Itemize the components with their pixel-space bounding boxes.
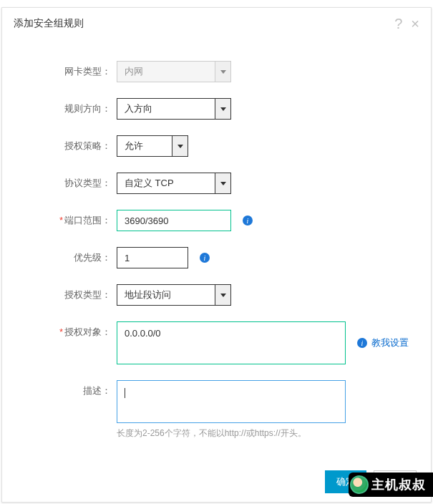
label-auth-object: *授权对象： [31, 321, 117, 339]
input-priority[interactable] [117, 247, 188, 268]
row-port-range: *端口范围： i [31, 210, 402, 231]
row-protocol: 协议类型： 自定义 TCP [31, 173, 402, 194]
row-description: 描述： 长度为2-256个字符，不能以http://或https://开头。 [31, 380, 402, 440]
teach-me-link[interactable]: 教我设置 [371, 336, 409, 349]
row-auth-type: 授权类型： 地址段访问 [31, 284, 402, 306]
label-direction: 规则方向： [31, 98, 117, 115]
label-priority: 优先级： [31, 247, 117, 264]
select-nic-type-value: 内网 [125, 65, 143, 78]
label-protocol: 协议类型： [31, 173, 117, 190]
modal-header: 添加安全组规则 ? × [2, 8, 431, 39]
label-port-range: *端口范围： [31, 210, 117, 227]
select-direction-value: 入方向 [125, 102, 152, 115]
chevron-down-icon[interactable] [215, 99, 230, 119]
info-icon[interactable]: i [243, 215, 253, 226]
label-nic-type: 网卡类型： [31, 61, 117, 78]
modal-add-security-rule: 添加安全组规则 ? × 网卡类型： 内网 规则方向： 入方向 [1, 7, 432, 503]
row-nic-type: 网卡类型： 内网 [31, 61, 402, 82]
info-icon[interactable]: i [200, 253, 210, 263]
input-port-range[interactable] [117, 210, 231, 231]
row-policy: 授权策略： 允许 [31, 135, 402, 157]
form-body: 网卡类型： 内网 规则方向： 入方向 [2, 39, 431, 440]
select-protocol-value: 自定义 TCP [125, 177, 174, 190]
select-nic-type: 内网 [117, 61, 231, 82]
watermark-avatar-icon [350, 475, 369, 494]
row-priority: 优先级： i [31, 247, 402, 268]
select-policy[interactable]: 允许 [117, 135, 188, 157]
select-auth-type-value: 地址段访问 [125, 289, 171, 301]
textarea-description[interactable] [117, 380, 346, 423]
select-protocol[interactable]: 自定义 TCP [117, 173, 231, 194]
label-description: 描述： [31, 380, 117, 397]
label-auth-type: 授权类型： [31, 284, 117, 301]
select-direction[interactable]: 入方向 [117, 98, 231, 120]
chevron-down-icon [215, 62, 230, 82]
row-direction: 规则方向： 入方向 [31, 98, 402, 120]
select-policy-value: 允许 [125, 140, 143, 152]
chevron-down-icon[interactable] [215, 285, 230, 305]
label-policy: 授权策略： [31, 135, 117, 152]
info-icon[interactable]: i [357, 338, 367, 348]
close-icon[interactable]: × [411, 16, 419, 31]
chevron-down-icon[interactable] [215, 173, 230, 193]
modal-header-actions: ? × [394, 16, 419, 31]
row-auth-object: *授权对象： 0.0.0.0/0 i 教我设置 [31, 321, 402, 364]
select-auth-type[interactable]: 地址段访问 [117, 284, 231, 306]
text-cursor-icon [125, 388, 125, 398]
help-icon[interactable]: ? [394, 16, 402, 31]
watermark-badge: 主机叔叔 [349, 472, 433, 497]
chevron-down-icon[interactable] [172, 136, 188, 156]
textarea-auth-object[interactable]: 0.0.0.0/0 [117, 321, 346, 364]
description-hint: 长度为2-256个字符，不能以http://或https://开头。 [117, 427, 346, 440]
modal-title: 添加安全组规则 [14, 17, 84, 30]
watermark-text: 主机叔叔 [371, 476, 426, 493]
description-block: 长度为2-256个字符，不能以http://或https://开头。 [117, 380, 346, 440]
